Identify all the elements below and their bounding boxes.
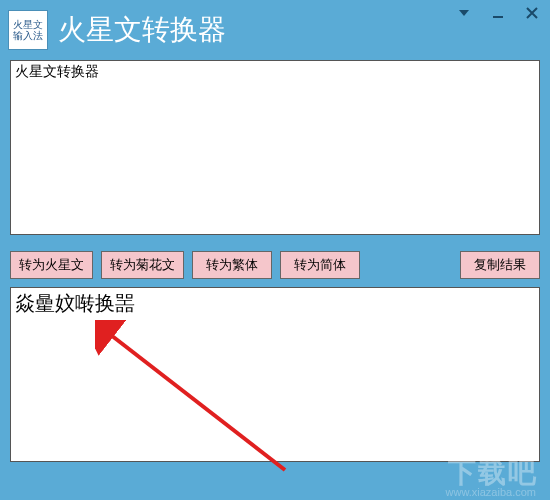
output-textarea[interactable] [10, 287, 540, 462]
app-icon-text2: 输入法 [13, 30, 43, 41]
toolbar: 转为火星文 转为菊花文 转为繁体 转为简体 复制结果 [10, 251, 540, 279]
copy-result-button[interactable]: 复制结果 [460, 251, 540, 279]
dropdown-icon[interactable] [452, 4, 476, 22]
watermark-url: www.xiazaiba.com [446, 486, 536, 498]
window-controls [452, 4, 544, 22]
minimize-button[interactable] [486, 4, 510, 22]
titlebar: 火星文 输入法 火星文转换器 [0, 0, 550, 60]
app-title: 火星文转换器 [58, 11, 226, 49]
convert-traditional-button[interactable]: 转为繁体 [192, 251, 272, 279]
app-icon: 火星文 输入法 [8, 10, 48, 50]
app-icon-text1: 火星文 [13, 19, 43, 30]
svg-rect-0 [493, 16, 503, 18]
convert-simplified-button[interactable]: 转为简体 [280, 251, 360, 279]
close-button[interactable] [520, 4, 544, 22]
convert-chrysanthemum-button[interactable]: 转为菊花文 [101, 251, 184, 279]
input-textarea[interactable] [10, 60, 540, 235]
content-area: 转为火星文 转为菊花文 转为繁体 转为简体 复制结果 [0, 60, 550, 476]
convert-martian-button[interactable]: 转为火星文 [10, 251, 93, 279]
